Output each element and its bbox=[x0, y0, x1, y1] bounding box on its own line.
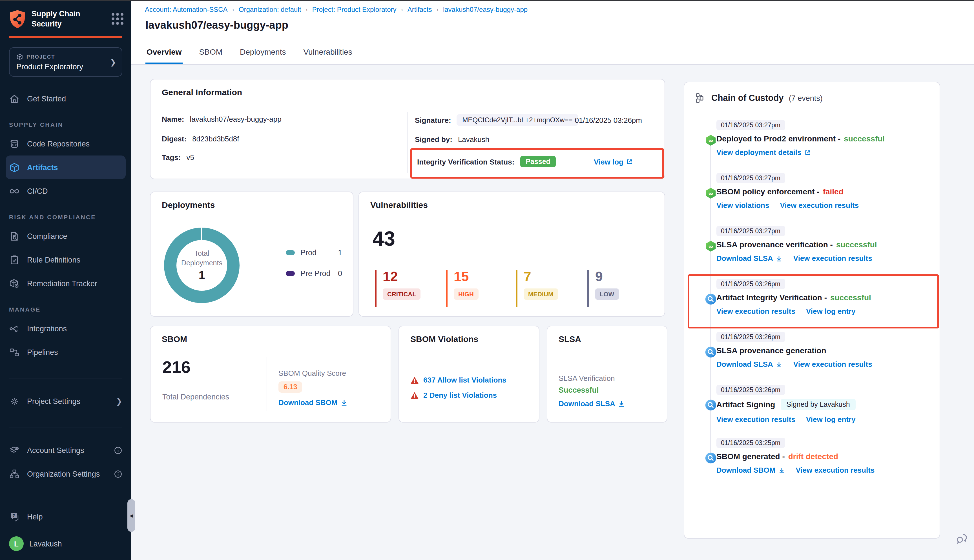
sbom-violations-card: SBOM Violations 637 Allow list Violation… bbox=[399, 326, 539, 423]
deployment-hexagon-icon: ∞ bbox=[705, 187, 717, 200]
coc-link-view-violations[interactable]: View violations bbox=[716, 201, 769, 210]
breadcrumb-account[interactable]: Account: Automation-SSCA bbox=[145, 6, 228, 13]
event-timestamp: 01/16/2025 03:25pm bbox=[716, 438, 785, 448]
sidebar-item-remediation-tracker[interactable]: Remediation Tracker bbox=[0, 272, 131, 295]
user-menu[interactable]: L Lavakush bbox=[0, 533, 131, 554]
event-title: SLSA provenance generation bbox=[716, 346, 826, 355]
project-selector[interactable]: PROJECT Product Exploratory ❯ bbox=[9, 47, 122, 77]
coc-link-view-execution-results[interactable]: View execution results bbox=[780, 201, 859, 210]
coc-link-view-execution-results[interactable]: View execution results bbox=[716, 415, 796, 424]
tags-label: Tags: bbox=[162, 153, 181, 162]
signed-by-label: Signed by: bbox=[415, 135, 452, 144]
coc-link-view-execution-results[interactable]: View execution results bbox=[716, 307, 796, 315]
download-sbom-link[interactable]: Download SBOM bbox=[279, 398, 347, 407]
chain-of-custody-count: (7 events) bbox=[789, 94, 823, 102]
coc-event-sbom-generated: 01/16/2025 03:25pm SBOM generated - drif… bbox=[684, 437, 940, 490]
sidebar-item-organization-settings[interactable]: Organization Settings bbox=[0, 462, 131, 486]
tab-sbom[interactable]: SBOM bbox=[198, 47, 223, 64]
nav-section-manage: MANAGE bbox=[9, 302, 122, 317]
download-icon bbox=[618, 400, 625, 407]
sidebar-divider bbox=[9, 428, 122, 428]
sidebar-item-help[interactable]: ? Help bbox=[0, 505, 131, 528]
support-chat-icon[interactable] bbox=[955, 532, 968, 545]
low-badge: LOW bbox=[595, 288, 619, 300]
deny-list-violations-link[interactable]: 2 Deny list Violations bbox=[423, 391, 497, 400]
breadcrumb-organization[interactable]: Organization: default bbox=[239, 6, 301, 13]
critical-count: 12 bbox=[383, 270, 446, 283]
sidebar-item-artifacts[interactable]: Artifacts bbox=[6, 155, 126, 179]
event-timestamp: 01/16/2025 03:27pm bbox=[716, 226, 785, 236]
coc-link-download-slsa[interactable]: Download SLSA bbox=[716, 360, 783, 368]
sidebar-item-get-started[interactable]: Get Started bbox=[0, 87, 131, 110]
sidebar-collapse-handle[interactable]: ◀ bbox=[127, 499, 135, 532]
severity-low: 9 LOW bbox=[587, 270, 619, 307]
breadcrumb-separator: › bbox=[401, 6, 403, 13]
breadcrumb-current[interactable]: lavakush07/easy-buggy-app bbox=[443, 6, 528, 13]
coc-link-view-execution-results[interactable]: View execution results bbox=[793, 360, 872, 368]
deployment-hexagon-icon: ∞ bbox=[705, 240, 717, 252]
medium-count: 7 bbox=[524, 270, 587, 283]
coc-link-download-slsa[interactable]: Download SLSA bbox=[716, 254, 783, 263]
card-title: SBOM bbox=[162, 334, 187, 344]
svg-text:∞: ∞ bbox=[709, 243, 713, 250]
page-title: lavakush07/easy-buggy-app bbox=[145, 19, 288, 32]
user-name: Lavakush bbox=[29, 540, 62, 548]
chain-of-custody-card: Chain of Custody (7 events) ∞ 01/16/2025… bbox=[684, 82, 940, 538]
sbom-quality-score-value: 6.13 bbox=[279, 382, 302, 393]
sidebar-item-compliance[interactable]: Compliance bbox=[0, 224, 131, 248]
coc-link-view-log-entry[interactable]: View log entry bbox=[806, 415, 856, 424]
brand-accent-bar bbox=[9, 36, 122, 38]
artifact-tags: v5 bbox=[186, 153, 194, 162]
legend-item-preprod[interactable]: Pre Prod 0 bbox=[286, 269, 342, 278]
coc-link-view-log-entry[interactable]: View log entry bbox=[806, 307, 856, 315]
tab-vulnerabilities[interactable]: Vulnerabilities bbox=[302, 47, 353, 64]
coc-event-artifact-integrity-verification: 01/16/2025 03:26pm Artifact Integrity Ve… bbox=[684, 278, 940, 331]
coc-link-download-sbom[interactable]: Download SBOM bbox=[716, 466, 785, 474]
sidebar-item-pipelines[interactable]: Pipelines bbox=[0, 340, 131, 364]
sidebar-item-project-settings[interactable]: Project Settings ❯ bbox=[0, 389, 131, 413]
event-title: Artifact Integrity Verification - bbox=[716, 293, 827, 302]
sidebar-footer: ? Help L Lavakush bbox=[0, 505, 131, 554]
info-icon[interactable] bbox=[114, 470, 122, 478]
signature-label: Signature: bbox=[415, 116, 451, 124]
severity-breakdown: 12 CRITICAL 15 HIGH 7 MEDIUM bbox=[375, 270, 653, 307]
warning-triangle-icon bbox=[410, 391, 419, 399]
sidebar-item-code-repositories[interactable]: Code Repositories bbox=[0, 132, 131, 155]
tab-overview[interactable]: Overview bbox=[145, 47, 183, 64]
coc-event-deployed-prod2: ∞ 01/16/2025 03:27pm Deployed to Prod2 e… bbox=[684, 120, 940, 172]
legend-swatch-prod bbox=[286, 250, 295, 255]
signature-timestamp: 01/16/2025 03:26pm bbox=[575, 116, 642, 124]
gear-icon bbox=[9, 396, 20, 407]
sidebar-item-cicd[interactable]: CI/CD bbox=[0, 179, 131, 203]
sidebar-item-rule-definitions[interactable]: Rule Definitions bbox=[0, 248, 131, 272]
event-timestamp: 01/16/2025 03:26pm bbox=[716, 279, 785, 289]
signature-value[interactable]: MEQCICde2VjIT...bL+2+mqnOXw== bbox=[457, 114, 578, 126]
legend-item-prod[interactable]: Prod 1 bbox=[286, 248, 342, 257]
event-title: SBOM policy enforcement - bbox=[716, 187, 820, 196]
tab-deployments[interactable]: Deployments bbox=[239, 47, 287, 64]
coc-link-view-execution-results[interactable]: View execution results bbox=[796, 466, 874, 474]
coc-link-view-deployment-details[interactable]: View deployment details bbox=[716, 148, 811, 157]
allow-list-violations-link[interactable]: 637 Allow list Violations bbox=[423, 376, 507, 384]
integrity-status-label: Integrity Verification Status: bbox=[417, 157, 514, 166]
coc-event-sbom-policy-enforcement: ∞ 01/16/2025 03:27pm SBOM policy enforce… bbox=[684, 172, 940, 225]
status-badge-passed: Passed bbox=[520, 156, 556, 167]
breadcrumb-project[interactable]: Project: Product Exploratory bbox=[312, 6, 397, 13]
high-count: 15 bbox=[454, 270, 516, 283]
info-icon[interactable] bbox=[114, 446, 122, 454]
app-grid-icon[interactable] bbox=[112, 13, 123, 25]
sidebar-item-account-settings[interactable]: Account Settings bbox=[0, 438, 131, 462]
artifact-digest: 8d23bd3b5d8f bbox=[192, 135, 239, 143]
card-title: General Information bbox=[162, 87, 242, 97]
download-icon bbox=[776, 255, 783, 262]
sbom-quality-score-label: SBOM Quality Score bbox=[279, 369, 346, 377]
card-title: SBOM Violations bbox=[410, 334, 478, 344]
download-slsa-link[interactable]: Download SLSA bbox=[559, 400, 625, 408]
coc-link-view-execution-results[interactable]: View execution results bbox=[793, 254, 872, 263]
sidebar-item-integrations[interactable]: Integrations bbox=[0, 317, 131, 340]
breadcrumb-separator: › bbox=[232, 6, 234, 13]
severity-critical: 12 CRITICAL bbox=[375, 270, 446, 307]
breadcrumb-artifacts[interactable]: Artifacts bbox=[407, 6, 432, 13]
svg-text:?: ? bbox=[12, 513, 15, 517]
view-log-link[interactable]: View log bbox=[594, 157, 633, 166]
